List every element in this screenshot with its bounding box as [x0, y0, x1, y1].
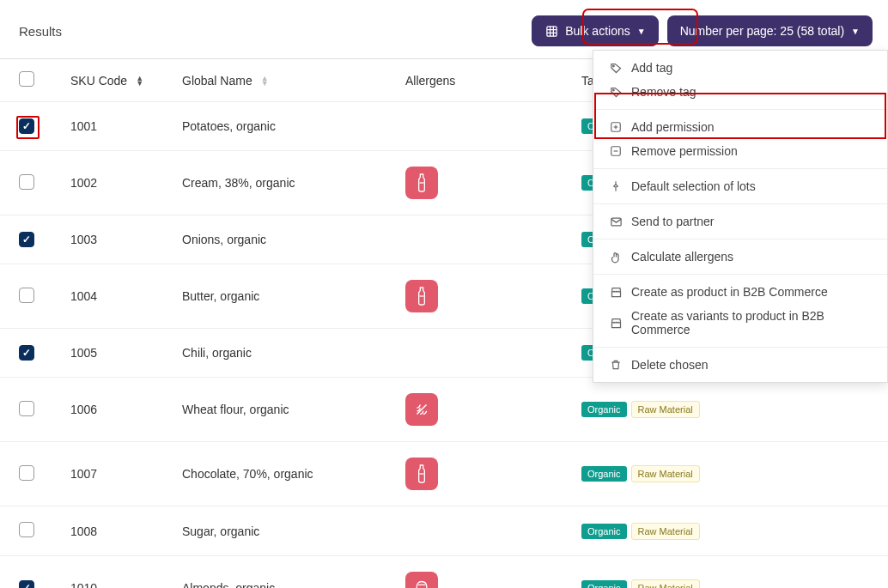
trash-icon	[609, 358, 623, 372]
badge-organic: Organic	[581, 466, 627, 482]
row-checkbox[interactable]	[19, 232, 34, 247]
menu-remove-permission[interactable]: Remove permission	[593, 139, 887, 163]
name-cell: Sugar, organic	[182, 524, 405, 538]
menu-create-product[interactable]: Create as product in B2B Commerce	[593, 280, 887, 304]
menu-label: Delete chosen	[631, 358, 709, 372]
bulk-actions-dropdown: Add tag Remove tag Add permission Remove…	[593, 50, 888, 383]
name-cell: Wheat flour, organic	[182, 403, 405, 416]
separator	[593, 274, 887, 275]
separator	[593, 109, 887, 110]
name-cell: Almonds, organic	[182, 581, 405, 588]
menu-add-tag[interactable]: Add tag	[593, 56, 887, 80]
menu-label: Remove permission	[631, 144, 738, 158]
row-checkbox[interactable]	[19, 118, 34, 134]
sku-cell: 1006	[70, 403, 182, 416]
menu-add-permission[interactable]: Add permission	[593, 115, 887, 139]
highlight-checkbox	[16, 116, 40, 139]
badge-organic: Organic	[581, 524, 627, 539]
column-label: SKU Code	[70, 74, 127, 88]
sku-cell: 1007	[70, 467, 182, 481]
tags-cell: OrganicRaw Material	[581, 523, 869, 540]
row-checkbox[interactable]	[19, 465, 34, 481]
name-cell: Cream, 38%, organic	[182, 176, 405, 190]
allergens-cell	[405, 572, 581, 588]
bulk-actions-label: Bulk actions	[565, 24, 630, 38]
row-checkbox[interactable]	[19, 174, 34, 190]
caret-down-icon: ▼	[637, 27, 646, 36]
table-row[interactable]: 1007Chocolate, 70%, organicOrganicRaw Ma…	[0, 442, 888, 506]
row-checkbox[interactable]	[19, 522, 34, 537]
tags-cell: OrganicRaw Material	[581, 401, 869, 418]
shop-icon	[609, 316, 623, 330]
column-header-sku[interactable]: SKU Code ▲▼	[70, 74, 182, 88]
badge-raw-material: Raw Material	[631, 465, 700, 482]
topbar: Results Bulk actions ▼ Number per page: …	[0, 0, 888, 59]
hand-icon	[609, 250, 623, 264]
bulk-actions-button[interactable]: Bulk actions ▼	[532, 15, 658, 46]
bottle-allergen-icon	[405, 167, 438, 199]
row-checkbox[interactable]	[19, 345, 34, 361]
name-cell: Onions, organic	[182, 233, 405, 246]
separator	[593, 239, 887, 239]
name-cell: Chocolate, 70%, organic	[182, 467, 405, 481]
select-all-checkbox[interactable]	[19, 71, 34, 87]
allergens-cell	[405, 393, 581, 426]
table-row[interactable]: 1010Almonds, organicOrganicRaw Material	[0, 556, 888, 588]
menu-label: Add tag	[631, 61, 672, 75]
results-title: Results	[19, 24, 62, 39]
table-row[interactable]: 1006Wheat flour, organicOrganicRaw Mater…	[0, 378, 888, 442]
menu-delete-chosen[interactable]: Delete chosen	[593, 353, 887, 377]
wheat-allergen-icon	[405, 393, 438, 426]
page-size-button[interactable]: Number per page: 25 (58 total) ▼	[667, 15, 873, 46]
page-size-label: Number per page: 25 (58 total)	[680, 24, 844, 38]
menu-calculate-allergens[interactable]: Calculate allergens	[593, 245, 887, 269]
menu-label: Add permission	[631, 120, 715, 134]
envelope-icon	[609, 215, 623, 228]
row-checkbox[interactable]	[19, 401, 34, 416]
tag-icon	[609, 61, 623, 75]
sku-cell: 1003	[70, 233, 182, 246]
minus-square-icon	[609, 144, 623, 158]
badge-organic: Organic	[581, 402, 627, 417]
badge-raw-material: Raw Material	[631, 401, 700, 418]
sort-icon: ▲▼	[261, 76, 269, 86]
menu-label: Create as product in B2B Commerce	[631, 285, 828, 299]
sku-cell: 1010	[70, 581, 182, 588]
separator	[593, 347, 887, 348]
name-cell: Butter, organic	[182, 289, 405, 303]
sku-cell: 1002	[70, 176, 182, 190]
bottle-allergen-icon	[405, 280, 438, 312]
table-row[interactable]: 1008Sugar, organicOrganicRaw Material	[0, 506, 888, 556]
svg-rect-0	[547, 26, 557, 35]
sku-cell: 1001	[70, 119, 182, 133]
caret-down-icon: ▼	[851, 27, 860, 36]
badge-raw-material: Raw Material	[631, 579, 700, 588]
tag-icon	[609, 85, 623, 99]
menu-remove-tag[interactable]: Remove tag	[593, 80, 887, 104]
menu-label: Create as variants to product in B2B Com…	[631, 309, 872, 336]
table-icon	[544, 24, 558, 38]
tags-cell: OrganicRaw Material	[581, 465, 869, 482]
badge-organic: Organic	[581, 580, 627, 588]
bottle-allergen-icon	[405, 458, 438, 490]
badge-raw-material: Raw Material	[631, 523, 700, 540]
menu-default-selection[interactable]: Default selection of lots	[593, 174, 887, 198]
menu-create-variants[interactable]: Create as variants to product in B2B Com…	[593, 304, 887, 342]
shop-icon	[609, 285, 623, 299]
menu-label: Remove tag	[631, 85, 696, 99]
nut-allergen-icon	[405, 572, 438, 588]
column-header-allergens: Allergens	[405, 74, 581, 88]
menu-send-partner[interactable]: Send to partner	[593, 209, 887, 233]
allergens-cell	[405, 458, 581, 490]
name-cell: Chili, organic	[182, 346, 405, 360]
menu-label: Send to partner	[631, 215, 715, 228]
menu-label: Default selection of lots	[631, 179, 756, 193]
row-checkbox[interactable]	[19, 580, 34, 588]
column-header-name[interactable]: Global Name ▲▼	[182, 74, 405, 88]
separator	[593, 203, 887, 204]
menu-label: Calculate allergens	[631, 250, 733, 264]
svg-point-6	[612, 89, 614, 91]
row-checkbox[interactable]	[19, 288, 34, 303]
separator	[593, 168, 887, 169]
sku-cell: 1004	[70, 289, 182, 303]
